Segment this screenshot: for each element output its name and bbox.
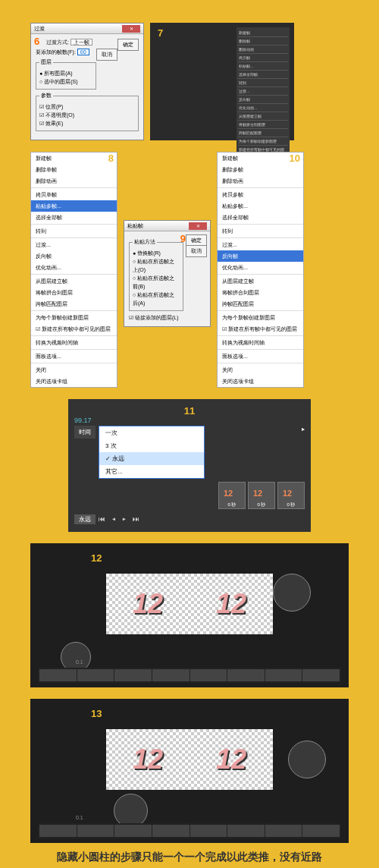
play-icon[interactable]: ▸	[302, 426, 305, 432]
radio-paste-over[interactable]: 粘贴在所选帧之上(O)	[133, 257, 180, 274]
transition-dialog: 过渡 ✕ 6 过渡方式: 上一帧 确定 要添加的帧数(F): 60 取消 图层 …	[30, 23, 144, 140]
dialog-title: 粘贴帧	[127, 222, 143, 230]
canvas: 12 12	[106, 729, 273, 790]
step-number-10: 10	[290, 153, 300, 164]
loop-label[interactable]: 永远	[74, 514, 96, 524]
dialog-titlebar: 过渡 ✕	[31, 24, 143, 34]
step-number-8: 8	[108, 153, 114, 164]
close-icon[interactable]: ✕	[122, 25, 140, 33]
radio-paste-before[interactable]: 粘贴在所选帧之前(B)	[133, 274, 180, 291]
playback-controls[interactable]: ⏮ ◀ ▶ ⏭	[96, 512, 145, 526]
photoshop-screen-13: 13 12 12 0.1	[30, 699, 349, 843]
frame-thumb[interactable]: 120 秒	[248, 482, 275, 509]
close-icon[interactable]: ✕	[189, 222, 207, 230]
percent-label: 99.17	[74, 417, 305, 424]
radio-all-layers[interactable]: 所有图层(A)	[39, 69, 92, 77]
text-12: 12	[216, 588, 246, 620]
params-fieldset: 参数 位置(P) 不透明度(O) 效果(E)	[36, 92, 139, 131]
frames-input[interactable]: 60	[77, 49, 89, 55]
check-opacity[interactable]: 不透明度(O)	[39, 111, 135, 119]
menu-reverse-frames: 反向帧	[218, 250, 303, 262]
check-position[interactable]: 位置(P)	[39, 102, 135, 111]
loop-dropdown[interactable]: 一次 3 次 ✓ 永远 其它...	[99, 426, 205, 479]
context-menu-10[interactable]: 10 新建帧 删除多帧 删除动画 拷贝多帧 粘贴多帧... 选择全部帧 转到 过…	[217, 152, 304, 388]
text-12: 12	[133, 588, 163, 620]
frames-label: 要添加的帧数(F):	[36, 49, 76, 55]
method-label: 过渡方式:	[46, 39, 69, 45]
check-effect[interactable]: 效果(E)	[39, 119, 135, 127]
step-number-7: 7	[158, 27, 163, 39]
radio-selected-layers[interactable]: 选中的图层(S)	[39, 77, 92, 86]
text-12: 12	[133, 744, 163, 775]
step-number-13: 13	[91, 708, 102, 719]
radio-paste-after[interactable]: 粘贴在所选帧之后(A)	[133, 291, 180, 307]
step-number-9: 9	[180, 233, 186, 244]
step-number-11: 11	[184, 405, 195, 417]
step-number-12: 12	[91, 552, 102, 564]
menu-paste-multi: 粘贴多帧...	[31, 200, 117, 212]
canvas: 12 12	[106, 574, 273, 634]
zoom-label: 0.1	[76, 815, 83, 820]
step-number-6: 6	[34, 36, 39, 47]
paste-dialog: 粘贴帧 ✕ 9 确定 取消 粘贴方法 替换帧(R) 粘贴在所选帧之上(O) 粘贴…	[124, 220, 211, 327]
check-link-layers[interactable]: 链接添加的图层(L)	[129, 313, 205, 322]
hint-circle	[273, 574, 311, 612]
frame-thumb[interactable]: 120 秒	[277, 482, 305, 509]
context-menu-8[interactable]: 8 新建帧 删除单帧 删除动画 拷贝单帧 粘贴多帧... 选择全部帧 转到 过渡…	[30, 152, 117, 388]
time-header: 时间	[74, 426, 96, 439]
cancel-button[interactable]: 取消	[96, 49, 117, 61]
caption-text: 隐藏小圆柱的步骤只能一个一个完成以此类推，没有近路	[30, 843, 349, 868]
dark-panel-7: 7 新建帧删除帧删除动画 拷贝帧粘贴帧...选择全部帧 转到过渡...反向帧 优…	[150, 23, 294, 140]
timeline-panel: 11 99.17 时间 一次 3 次 ✓ 永远 其它... ▸ 120 秒 12…	[68, 399, 311, 532]
method-select[interactable]: 上一帧	[70, 39, 92, 46]
cancel-button[interactable]: 取消	[186, 245, 207, 257]
dialog-title: 过渡	[34, 25, 45, 33]
frame-thumb[interactable]: 120 秒	[218, 482, 246, 509]
text-12: 12	[216, 744, 246, 775]
layers-fieldset: 图层 所有图层(A) 选中的图层(S)	[36, 58, 96, 90]
radio-replace[interactable]: 替换帧(R)	[133, 249, 180, 257]
hint-circle	[288, 741, 326, 778]
ok-button[interactable]: 确定	[117, 39, 139, 51]
photoshop-screen-12: 12 12 12 0.1	[30, 543, 349, 687]
zoom-label: 0.1	[76, 659, 83, 665]
